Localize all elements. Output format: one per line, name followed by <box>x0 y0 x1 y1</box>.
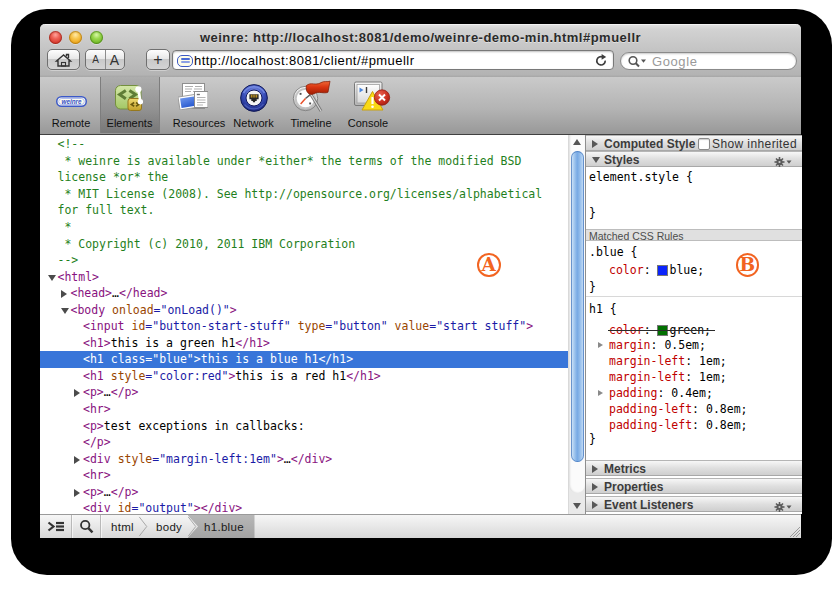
css-property-name[interactable]: padding <box>609 386 657 400</box>
tree-row-part[interactable]: * MIT License (2008). See http://opensou… <box>58 186 543 203</box>
tree-row[interactable]: <h1>this is a green h1</h1> <box>40 335 568 352</box>
tree-row-part[interactable]: <p>…</p> <box>83 484 138 501</box>
scrollbar-thumb[interactable] <box>571 151 584 462</box>
show-inherited-checkbox[interactable] <box>698 138 710 150</box>
expanded-arrow-icon[interactable] <box>61 308 69 314</box>
tree-row[interactable]: <body onload="onLoad()"> <box>40 302 568 319</box>
tree-row-part[interactable]: --> <box>58 252 79 269</box>
resize-grip-icon[interactable] <box>788 525 800 537</box>
tree-row-part[interactable]: <h1>this is a green h1</h1> <box>83 335 270 352</box>
sidebar-section-metrics[interactable]: Metrics <box>586 460 802 476</box>
tree-row[interactable]: <div style="margin-left:1em">…</div> <box>40 451 568 468</box>
tree-row-part[interactable]: license *or* the <box>58 169 169 186</box>
gear-icon-part-part[interactable] <box>787 506 792 509</box>
tree-row[interactable]: license *or* the <box>40 169 568 186</box>
css-property-value[interactable]: blue; <box>669 263 704 277</box>
tree-row[interactable]: <p>test exceptions in callbacks: <box>40 418 568 435</box>
search-icon-part[interactable] <box>636 63 639 66</box>
expanded-arrow-icon[interactable] <box>48 275 56 281</box>
tree-row-part[interactable]: for full text. <box>58 202 155 219</box>
expandable-property-arrow-icon[interactable] <box>598 390 603 396</box>
new-tab-button-part[interactable]: + <box>153 51 162 69</box>
tree-row[interactable]: * weinre is available under *either* the… <box>40 153 568 170</box>
css-property-value[interactable]: green; <box>669 323 711 337</box>
collapsed-arrow-icon[interactable] <box>74 389 80 397</box>
collapsed-arrow-icon[interactable] <box>74 489 80 497</box>
tree-row[interactable]: * Copyright (c) 2010, 2011 IBM Corporati… <box>40 236 568 253</box>
tree-row[interactable]: <p>…</p> <box>40 484 568 501</box>
font-smaller-button-part[interactable]: A <box>92 54 99 65</box>
css-property-name[interactable]: margin <box>609 338 651 352</box>
url-field[interactable]: http://localhost:8081/client/#pmuellr <box>172 50 614 70</box>
search-icon[interactable] <box>626 54 652 70</box>
tree-row-part[interactable]: <!-- <box>58 136 86 153</box>
color-swatch[interactable] <box>657 325 668 336</box>
gear-icon-part[interactable] <box>774 501 792 513</box>
search-icon-part[interactable] <box>629 57 637 65</box>
tree-row-part[interactable]: <h1 style="color:red">this is a red h1</… <box>83 368 381 385</box>
sidebar-section-styles[interactable]: Styles <box>586 151 802 167</box>
scroll-up-arrow-icon[interactable] <box>573 139 581 145</box>
font-bigger-button-part[interactable]: A <box>110 52 119 68</box>
breadcrumb-item-h1.blue[interactable]: h1.blue <box>204 515 244 538</box>
tree-row-part[interactable]: <hr> <box>83 467 111 484</box>
tree-row[interactable]: * <box>40 219 568 236</box>
sidebar-section-properties[interactable]: Properties <box>586 478 802 494</box>
tree-row-part[interactable]: <p>…</p> <box>83 384 138 401</box>
new-tab-button[interactable]: + <box>146 49 170 70</box>
collapsed-arrow-icon[interactable] <box>74 456 80 464</box>
home-button[interactable] <box>47 49 80 70</box>
tree-row[interactable]: <head>…</head> <box>40 285 568 302</box>
css-property-name[interactable]: padding-left <box>609 402 692 416</box>
gear-icon-part-part[interactable] <box>787 161 792 164</box>
font-smaller-button[interactable]: A <box>86 50 106 69</box>
tree-row[interactable]: * MIT License (2008). See http://opensou… <box>40 186 568 203</box>
inspect-search-icon[interactable] <box>79 519 95 535</box>
tree-row-part[interactable]: * weinre is available under *either* the… <box>58 153 522 170</box>
console-toggle-icon-part[interactable] <box>49 523 54 531</box>
console-toggle-icon[interactable] <box>47 520 65 534</box>
reload-icon-part[interactable] <box>602 54 607 60</box>
tree-row-part[interactable]: <p>test exceptions in callbacks: <box>83 418 305 435</box>
font-size-buttons[interactable]: A A <box>85 49 125 70</box>
inspect-search-icon-part[interactable] <box>81 521 89 529</box>
tree-row-part[interactable]: <html> <box>58 269 100 286</box>
css-property-value[interactable]: 0.5em; <box>664 338 706 352</box>
tree-row-part[interactable]: </p> <box>83 434 111 451</box>
gear-icon-part-part[interactable] <box>778 506 780 508</box>
tree-row-selected-part[interactable]: <h1 class="blue">this is a blue h1</h1> <box>83 351 353 368</box>
tree-row[interactable]: <div id="output"></div> <box>40 500 568 514</box>
reload-icon[interactable] <box>593 53 609 69</box>
tree-row-part[interactable]: * <box>58 219 72 236</box>
css-property-value[interactable]: 0.8em; <box>706 402 748 416</box>
scroll-down-arrow-icon[interactable] <box>573 503 581 509</box>
tree-row-part[interactable]: * Copyright (c) 2010, 2011 IBM Corporati… <box>58 236 356 253</box>
tree-row[interactable]: <hr> <box>40 401 568 418</box>
tree-row-part[interactable]: <div id="output"></div> <box>83 500 242 514</box>
tree-row[interactable]: <h1 style="color:red">this is a red h1</… <box>40 368 568 385</box>
css-property-value[interactable]: 0.4em; <box>671 386 713 400</box>
tree-row-selected[interactable]: <h1 class="blue">this is a blue h1</h1> <box>40 351 568 368</box>
search-icon-part[interactable] <box>641 60 646 63</box>
tree-row[interactable]: for full text. <box>40 202 568 219</box>
expandable-property-arrow-icon[interactable] <box>598 342 603 348</box>
css-property-name[interactable]: margin-left <box>609 354 685 368</box>
sidebar-section-computed-style[interactable]: Computed Style Show inherited <box>586 135 802 151</box>
tree-row[interactable]: <p>…</p> <box>40 384 568 401</box>
gear-icon-part[interactable] <box>774 156 792 168</box>
tree-row-part[interactable]: <head>…</head> <box>71 285 168 302</box>
css-property-name[interactable]: color <box>609 323 644 337</box>
vertical-scrollbar[interactable] <box>568 135 585 514</box>
tree-row-part[interactable]: <input id="button-start-stuff" type="but… <box>83 318 533 335</box>
inspect-search-icon-part[interactable] <box>88 528 92 532</box>
font-bigger-button[interactable]: A <box>105 50 124 69</box>
css-property-name[interactable]: margin-left <box>609 370 685 384</box>
tree-row[interactable]: <input id="button-start-stuff" type="but… <box>40 318 568 335</box>
breadcrumb-item-html[interactable]: html <box>111 515 134 538</box>
collapsed-arrow-icon[interactable] <box>61 290 67 298</box>
tree-row-part[interactable]: <hr> <box>83 401 111 418</box>
breadcrumb-item-body[interactable]: body <box>156 515 182 538</box>
tree-row-part[interactable]: <div style="margin-left:1em">…</div> <box>83 451 332 468</box>
tree-row[interactable]: </p> <box>40 434 568 451</box>
css-property-value[interactable]: 1em; <box>699 370 727 384</box>
